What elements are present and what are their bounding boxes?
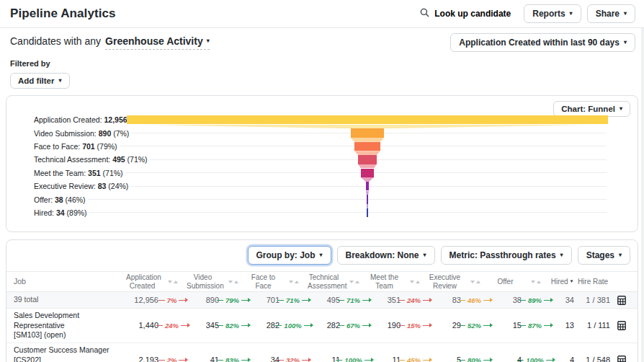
stage-count: 351 [368, 296, 401, 304]
funnel-bar-executive-review[interactable] [366, 182, 369, 191]
funnel-bar-hired[interactable] [367, 208, 368, 218]
stage-count: 495 [308, 296, 340, 304]
calculator-icon[interactable] [612, 356, 626, 362]
arrow-tail [459, 325, 465, 326]
reports-button[interactable]: Reports ▾ [524, 4, 581, 23]
passthrough-rate: 7% [158, 296, 187, 304]
table-control-metric-passthrough-rates[interactable]: Metric: Passthrough rates▾ [441, 246, 572, 265]
passthrough-arrow: 32% [277, 356, 310, 362]
calculator-icon[interactable] [612, 296, 626, 305]
passthrough-arrow: 2% [158, 356, 187, 362]
sort-desc-icon: ▾ [571, 278, 573, 284]
sort-desc-icon [470, 281, 475, 283]
chevron-down-icon: ▾ [320, 252, 323, 258]
column-header-executive-review[interactable]: Executive Review [429, 273, 461, 291]
funnel-bar-technical-assessment[interactable] [358, 155, 377, 164]
arrow-tail [277, 360, 284, 361]
column-header-application-created[interactable]: Application Created [126, 273, 158, 291]
filters-section: Filtered by Add filter ▾ [10, 59, 70, 89]
table-control-breakdown-none[interactable]: Breakdown: None▾ [337, 246, 435, 265]
share-button[interactable]: Share ▾ [587, 4, 635, 23]
sort-arrows-icon[interactable] [522, 281, 550, 283]
stage-count: 15 [489, 321, 522, 330]
passthrough-arrow: 24% [156, 322, 189, 330]
stage-count: 282 [247, 321, 279, 330]
job-cell[interactable]: Sales Development Representative[SM103] … [14, 309, 126, 343]
chevron-down-icon: ▾ [424, 252, 426, 258]
column-header-offer[interactable]: Offer [489, 278, 522, 286]
scrollbar[interactable] [641, 28, 644, 362]
sort-asc-icon [234, 281, 238, 283]
sort-arrows-icon[interactable] [219, 281, 247, 283]
arrow-tail [277, 300, 284, 301]
passthrough-arrow: 100% [517, 356, 553, 362]
funnel-bar-application-created[interactable] [127, 115, 608, 125]
passthrough-rate: 46% [461, 296, 489, 304]
hired-label: Hired [551, 278, 568, 286]
passthrough-pct: 32% [286, 356, 300, 362]
date-range-button[interactable]: Application Created within last 90 days … [450, 33, 635, 52]
job-cell[interactable]: Customer Success Manager [CS202](open) [14, 343, 126, 362]
passthrough-arrow: 46% [459, 296, 491, 304]
table-header-row: JobApplication CreatedVideo SubmissionFa… [6, 271, 638, 292]
hire-rate-value: 1 / 548 [574, 356, 612, 362]
column-header-technical-assessment[interactable]: Technical Assessment [308, 273, 340, 291]
arrow-head-icon [483, 360, 491, 361]
column-header-hire-rate[interactable]: Hire Rate [574, 278, 612, 286]
funnel-chart-card: Chart: Funnel ▾ Application Created: 12,… [6, 95, 638, 232]
hire-rate-value: 1 / 381 [574, 296, 612, 304]
column-header-face-to-face[interactable]: Face to Face [247, 273, 279, 291]
chevron-down-icon: ▾ [624, 40, 627, 45]
calculator-icon[interactable] [612, 321, 626, 330]
passthrough-rate: 71% [279, 296, 308, 304]
hired-header-wrap: Hired▾ [551, 278, 573, 286]
passthrough-arrow: 100% [275, 322, 311, 330]
passthrough-arrow: 83% [217, 356, 249, 362]
arrow-tail [156, 325, 163, 326]
arrow-head-icon [362, 325, 370, 326]
arrow-tail [158, 300, 165, 301]
funnel-bar-offer[interactable] [367, 195, 368, 204]
arrow-head-icon [179, 360, 187, 361]
funnel-gridline [89, 212, 607, 213]
funnel-bar-video-submission[interactable] [351, 128, 384, 138]
passthrough-pct: 82% [225, 322, 239, 330]
passthrough-rate: 79% [219, 296, 247, 304]
sort-desc-icon [168, 281, 172, 283]
column-header-meet-the-team[interactable]: Meet the Team [368, 273, 401, 291]
table-body: 39 total12,9567%89079%70171%49571%35124%… [6, 292, 638, 362]
arrow-head-icon [483, 325, 491, 326]
column-header-job[interactable]: Job [14, 275, 126, 289]
sort-arrows-icon[interactable] [279, 281, 308, 283]
funnel-bar-meet-the-team[interactable] [361, 169, 374, 178]
arrow-tail [519, 325, 526, 326]
sort-arrows-icon[interactable] [401, 281, 429, 283]
arrow-head-icon [304, 325, 312, 326]
sort-arrows-icon[interactable] [340, 281, 368, 283]
sort-asc-icon [537, 281, 541, 283]
stage-count: 34 [247, 356, 279, 362]
sort-arrows-icon[interactable] [461, 281, 489, 283]
activity-dropdown[interactable]: Greenhouse Activity ▾ [105, 35, 210, 50]
lookup-candidate-button[interactable]: Look up candidate [413, 5, 518, 22]
table-control-stages[interactable]: Stages▾ [578, 246, 630, 265]
arrow-head-icon [181, 325, 189, 326]
sort-arrows-icon[interactable] [158, 281, 187, 283]
stage-count: 890 [187, 296, 219, 304]
column-header-video-submission[interactable]: Video Submission [187, 273, 219, 291]
funnel-row-offer: Offer: 38 (46%) [34, 193, 638, 206]
arrow-head-icon [544, 325, 552, 326]
passthrough-rate: 45% [401, 356, 429, 362]
arrow-head-icon [483, 300, 491, 301]
funnel-row-technical-assessment: Technical Assessment: 495 (71%) [34, 153, 638, 166]
funnel-bar-face-to-face[interactable] [354, 142, 380, 151]
table-control-group-by-job[interactable]: Group by: Job▾ [248, 246, 331, 265]
passthrough-rate: 24% [158, 322, 187, 330]
passthrough-pct: 71% [346, 296, 360, 304]
chevron-down-icon: ▾ [620, 106, 622, 112]
column-header-hired[interactable]: Hired▾ [550, 278, 574, 286]
arrow-tail [398, 325, 405, 326]
add-filter-button[interactable]: Add filter ▾ [10, 73, 70, 89]
share-label: Share [596, 9, 620, 19]
chevron-down-icon: ▾ [207, 38, 210, 44]
